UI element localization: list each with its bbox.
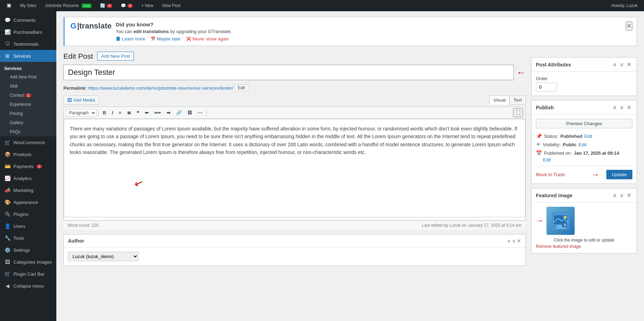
author-box-header[interactable]: Author ∧ ∨ ✕ [64, 235, 525, 248]
adminbar-viewpost[interactable]: View Post [158, 0, 184, 11]
post-attributes-down-button[interactable]: ∨ [619, 61, 625, 68]
remove-featured-image-link[interactable]: Remove featured image [536, 244, 632, 249]
align-right-button[interactable]: ➡ [164, 109, 173, 117]
sidebar-item-analytics[interactable]: 📈 Analytics [0, 172, 56, 184]
author-collapse-down-button[interactable]: ∨ [512, 238, 515, 244]
ordered-list-button[interactable]: ≣ [125, 109, 133, 117]
plugincartbar-icon: 🛒 [4, 271, 11, 277]
featured-image-header[interactable]: Featured image ∧ ∨ ✕ [532, 188, 637, 203]
adminbar-comments[interactable]: 💬 0 [117, 0, 137, 11]
update-count: 4 [107, 4, 112, 8]
notice-maybelater-link[interactable]: 📅 Maybe later [151, 36, 181, 41]
post-attributes-title: Post Attributes [536, 62, 571, 68]
add-media-button[interactable]: 🖼 Add Media [63, 96, 99, 104]
sidebar-item-plugincartbar[interactable]: 🛒 Plugin Cart Bar [0, 268, 56, 280]
link-button[interactable]: 🔗 [174, 109, 184, 117]
sidebar-sub-gallery[interactable]: Gallery [0, 118, 56, 127]
visibility-icon: 👁 [536, 142, 541, 147]
adminbar-wordpress[interactable]: 🔲 [3, 0, 15, 11]
publish-panel-header[interactable]: Publish ∧ ∨ ✕ [532, 101, 637, 115]
sidebar-item-products[interactable]: 📦 Products [0, 148, 56, 160]
toolbar-expand-button[interactable]: ⛶ [513, 108, 523, 117]
post-attributes-up-button[interactable]: ∧ [612, 61, 618, 68]
sidebar-sub-experience[interactable]: Experience [0, 100, 56, 109]
woocommerce-icon: 🛒 [4, 139, 11, 146]
sidebar-item-testimonials[interactable]: 🗨 Testimonials [0, 38, 56, 50]
editor-body[interactable]: There are many variations of passages of… [64, 119, 525, 217]
blockquote-button[interactable]: ❝ [134, 109, 142, 117]
sidebar-item-purchasebars[interactable]: 📊 PurchaseBars [0, 26, 56, 38]
bold-button[interactable]: B [100, 109, 108, 117]
author-collapse-up-button[interactable]: ∧ [507, 238, 511, 244]
sidebar-item-woocommerce[interactable]: 🛒 WooCommerce [0, 136, 56, 148]
publish-date-row: 📅 Published on: Jan 17, 2025 at 09:14 [536, 149, 632, 157]
visibility-edit-link[interactable]: Edit [579, 142, 586, 147]
author-close-button[interactable]: ✕ [517, 238, 521, 244]
order-input[interactable] [536, 83, 557, 91]
sidebar-item-catimages[interactable]: 🖼 Categories Images [0, 256, 56, 268]
sidebar-item-payments[interactable]: 💳 Payments 1 [0, 160, 56, 172]
publish-close-button[interactable]: ✕ [626, 104, 632, 111]
visual-tab[interactable]: Visual [489, 96, 509, 104]
notice-nevershowagain-link[interactable]: ❌ Never show again [186, 36, 229, 41]
sidebar-item-services[interactable]: ⊞ Services [0, 50, 56, 62]
add-new-post-button[interactable]: Add New Post [97, 52, 134, 60]
sidebar-item-tools[interactable]: 🔧 Tools [0, 232, 56, 244]
featured-image-body: → [532, 203, 637, 253]
featured-image-close-button[interactable]: ✕ [626, 192, 632, 199]
preview-changes-button[interactable]: Preview Changes [536, 119, 632, 128]
post-attributes-header[interactable]: Post Attributes ∧ ∨ ✕ [532, 58, 637, 72]
publish-up-button[interactable]: ∧ [612, 104, 618, 111]
sidebar-item-comments[interactable]: 💬 Comments [0, 14, 56, 26]
adminbar-updates[interactable]: 🔄 4 [96, 0, 116, 11]
sidebar-sub-faqs[interactable]: FAQs [0, 127, 56, 136]
post-attributes-close-button[interactable]: ✕ [626, 61, 632, 68]
unordered-list-button[interactable]: ≡ [116, 109, 124, 117]
update-button[interactable]: Update [606, 170, 632, 179]
body-arrow-indicator: ↗ [132, 174, 146, 193]
featured-image-down-button[interactable]: ∨ [619, 192, 625, 199]
italic-button[interactable]: I [109, 109, 115, 117]
sidebar-item-settings[interactable]: ⚙️ Settings [0, 244, 56, 256]
featured-image-up-button[interactable]: ∧ [612, 192, 618, 199]
adminbar-mysites[interactable]: My Sites [17, 0, 40, 11]
editor-media-row: 🖼 Add Media Visual Text [63, 94, 526, 107]
featured-image-panel: Featured image ∧ ∨ ✕ → [531, 188, 637, 253]
publish-panel-body: Preview Changes 📌 Status: Published Edit… [532, 115, 637, 184]
sidebar-sub-pricing[interactable]: Pricing [0, 109, 56, 118]
sidebar-item-plugins[interactable]: 🔌 Plugins [0, 208, 56, 220]
unlink-button[interactable]: ⛓ [185, 109, 194, 117]
catimages-icon: 🖼 [4, 259, 11, 265]
sidebar-sub-skill[interactable]: Skill [0, 82, 56, 91]
status-edit-link[interactable]: Edit [584, 134, 592, 139]
text-tab[interactable]: Text [509, 96, 526, 104]
permalink-edit-button[interactable]: Edit [235, 84, 248, 91]
permalink-url[interactable]: https://www.luzukdemo.com/demo/jobstride… [88, 85, 233, 91]
align-left-button[interactable]: ⬅ [142, 109, 151, 117]
adminbar-sitename[interactable]: Jobstride Resume Live [41, 0, 95, 11]
published-date-edit-link[interactable]: Edit [543, 157, 551, 162]
author-select[interactable]: Luzuk (luzuk_demo) [68, 252, 138, 261]
sidebar-item-collapse[interactable]: ◀ Collapse menu [0, 280, 56, 292]
sidebar-item-marketing[interactable]: 📣 Marketing [0, 184, 56, 196]
post-title-input[interactable] [63, 65, 514, 80]
format-select[interactable]: Paragraph [66, 109, 96, 117]
move-to-trash-button[interactable]: Move to Trash [536, 172, 565, 177]
sidebar-item-appearance[interactable]: 🎨 Appearance [0, 196, 56, 208]
adminbar-new[interactable]: + New [138, 0, 157, 11]
notice-learnmore-link[interactable]: 📘 Learn more [116, 36, 145, 41]
publish-down-button[interactable]: ∨ [619, 104, 625, 111]
sidebar-sub-contact[interactable]: Contact 1 [0, 91, 56, 100]
featured-image-thumbnail[interactable]: ⚙ [546, 207, 575, 235]
notice-close-button[interactable]: ✕ [626, 21, 632, 31]
edit-post-header: Edit Post Add New Post [63, 52, 526, 60]
align-center-button[interactable]: ⟺ [152, 109, 163, 117]
permalink-label: Permalink: [63, 85, 87, 91]
post-attributes-controls: ∧ ∨ ✕ [612, 61, 632, 68]
featured-image-icon: ⚙ [552, 212, 569, 230]
sidebar-item-users[interactable]: 👤 Users [0, 220, 56, 232]
sidebar-label-catimages: Categories Images [13, 259, 52, 265]
sidebar-sub-addnew[interactable]: Add New Post [0, 72, 56, 82]
insert-more-button[interactable]: ⋯ [195, 109, 205, 117]
featured-image-controls: ∧ ∨ ✕ [612, 192, 632, 199]
